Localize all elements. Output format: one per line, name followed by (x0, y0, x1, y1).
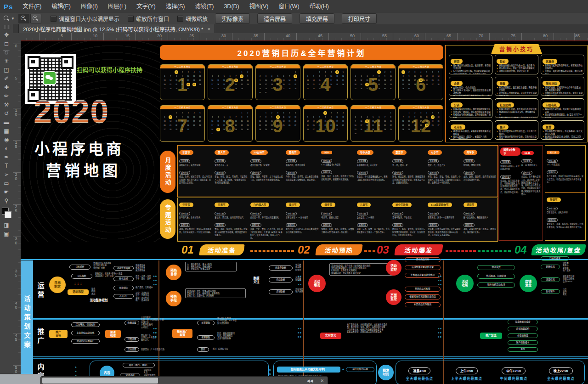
review-circle: 店铺 复盘 (520, 275, 537, 292)
blur-tool[interactable]: ◉ (0, 135, 13, 144)
special-activity-column: 元旦节 活动主题 新年新气象，全年好彩头 适用行业 通用，跨年倒计时、新年fla… (178, 198, 213, 241)
festival-name: 开学季 (464, 150, 478, 155)
page-monitor-circle: 页面 监控 (386, 289, 401, 305)
calendar-day: 3 (418, 111, 424, 115)
calendar-day: 2 (269, 111, 275, 115)
crop-tool[interactable]: ◰ (0, 65, 13, 74)
calendar-day: 12 (358, 78, 364, 82)
calendar-day: 1 (239, 111, 245, 115)
mindmap-node: 优惠券数据 (269, 265, 293, 271)
ruler-number: 20 (14, 172, 18, 181)
menu-item[interactable]: 滤镜(T) (190, 0, 219, 13)
calendar-day: 24 (187, 83, 190, 86)
options-button[interactable]: 实际像素 (215, 13, 250, 24)
calendar-day: 5 (358, 74, 364, 78)
calendar-day: 15 (322, 119, 328, 123)
menu-item[interactable]: 3D(D) (219, 0, 244, 13)
ruler-number: 0 (14, 44, 18, 48)
calendar-day: 22 (400, 82, 406, 86)
tab-close-icon[interactable]: × (208, 26, 210, 32)
document-canvas[interactable]: 扫码可以获得小程序扶持 2020 小程序电商 营销地图 2020营销日历&全年营… (21, 40, 588, 384)
menu-item[interactable]: 文件(F) (17, 0, 46, 13)
move-tool[interactable]: ✥ (0, 30, 13, 39)
calendar-day: 25 (215, 86, 221, 90)
calendar-day: 22 (322, 123, 328, 127)
menu-item[interactable]: 帮助(H) (305, 0, 334, 13)
ruler-number: 10 (14, 108, 18, 116)
screen-mode-icon[interactable]: ▣ (0, 229, 13, 238)
calendar-day: 30 (257, 90, 263, 95)
lasso-tool[interactable]: ➰ (0, 48, 13, 56)
tip-card: 限时折扣 ➤ 制造紧迫感，促成用户冲动下单与决策加速，刺激客户转化 (541, 77, 584, 96)
arrow-icon: ➤ (543, 108, 544, 113)
menu-item[interactable]: 编辑(E) (46, 0, 76, 13)
checkbox-label: 细微缩放 (186, 15, 208, 23)
close-icon[interactable]: ✕ (317, 378, 328, 383)
options-checkbox[interactable]: 细微缩放 (177, 15, 208, 23)
hand-tool[interactable]: ☛ (0, 187, 13, 196)
industry-text: 美妆、鲜花、珠宝、零食等，可设置情人节礼盒、双人套餐，“会被种草的礼物”借势浪漫… (215, 175, 247, 184)
magic-wand-tool[interactable]: ✳ (0, 56, 13, 65)
type-tool[interactable]: T (0, 161, 13, 170)
floating-window-titlebar[interactable]: ◀◀ ✕ (40, 376, 328, 384)
zoom-tool[interactable]: ⚲ (0, 196, 13, 205)
calendar-day: 18 (424, 119, 430, 123)
calendar-day: 29 (239, 86, 245, 90)
options-button[interactable]: 打印尺寸 (342, 13, 377, 24)
document-tab[interactable]: 2020小程序电商营销地图.jpg @ 12.5% (扫码可以获得小程序扶持, … (18, 24, 215, 33)
industry-text: 全品类，双节同庆黄金周，可围绕团圆礼盒与出游场景串联系列活动，也可与满减秒杀组合… (500, 180, 520, 194)
eraser-tool[interactable]: ▬ (0, 118, 13, 126)
brush-tool[interactable]: ✏ (0, 91, 13, 100)
marquee-tool[interactable]: ◻ (0, 39, 13, 48)
rewind-icon[interactable]: ◀◀ (303, 378, 317, 383)
tip-label: 限时折扣 (543, 81, 560, 86)
menu-item[interactable]: 图像(I) (76, 0, 103, 13)
tip-bullet: ➤ 大促前一周发放大额券提前锁客，唤回沉默客户 (543, 70, 582, 74)
zoom-tool-preset[interactable]: ▼ (0, 16, 18, 22)
options-checkbox[interactable]: 缩放所有窗口 (128, 15, 169, 23)
calendar-day: 25 (192, 83, 196, 86)
options-button[interactable]: 填充屏幕 (300, 13, 334, 24)
gradient-tool[interactable]: ▦ (0, 126, 13, 135)
zoom-out-button[interactable]: − (30, 14, 41, 23)
calendar-day: 10 (209, 78, 215, 82)
calendar-day: 25 (364, 127, 370, 131)
options-checkbox[interactable]: 调整窗口大小以满屏显示 (51, 15, 119, 23)
background-color-swatch[interactable] (5, 211, 11, 218)
calendar-day: 30 (382, 86, 388, 90)
tip-bullet-text: 邀请有礼玩法裂变，老客带来精准新客低成本获客 (453, 130, 491, 136)
pen-tool[interactable]: ✒ (0, 152, 13, 161)
shape-tool[interactable]: ▭ (0, 179, 13, 187)
dodge-tool[interactable]: ◐ (0, 144, 13, 152)
menu-item[interactable]: 视图(V) (244, 0, 274, 13)
tip-bullet: ➤ 定金膨胀支付意愿更强，可以大大降低活动期付款流失 (497, 92, 537, 96)
calendar-day: 19 (305, 123, 311, 127)
menu-item[interactable]: 图层(L) (103, 0, 131, 13)
eyedropper-tool[interactable]: ✐ (0, 74, 13, 83)
panel-grip[interactable] (3, 25, 10, 29)
theme-label: 活动主题 (215, 159, 226, 163)
color-swatches[interactable] (0, 207, 13, 220)
tip-card: 集赞 ➤ 朋友圈集赞兑换好礼，低成本撬动一波社交曝光与传播 (541, 120, 584, 140)
ruler-number: 45 (14, 333, 18, 341)
zoom-in-button[interactable]: + (18, 14, 29, 23)
wechat-icon (43, 71, 57, 85)
calendar-day: 17 (185, 119, 191, 123)
history-brush-tool[interactable]: ↺ (0, 109, 13, 118)
menu-item[interactable]: 窗口(W) (273, 0, 304, 13)
menu-item[interactable]: 选择(S) (161, 0, 190, 13)
options-button[interactable]: 适合屏幕 (257, 13, 292, 24)
calendar-day: 7 (317, 115, 322, 119)
clone-stamp-tool[interactable]: ⚒ (0, 100, 13, 109)
calendar-day: 4 (352, 74, 358, 78)
calendar-day: 10 (412, 74, 418, 78)
quick-mask-icon[interactable]: ◨ (0, 220, 13, 229)
special-activity-column: 元宵节 活动主题 集福卡、猜灯谜，元宵佳节迎福气 适用行业 食品、商超、饮品等，… (213, 198, 249, 241)
path-selection-tool[interactable]: ➢ (0, 170, 13, 179)
calendar-day: 10 (388, 74, 394, 78)
tip-bullet-text: 砍到底价限时兑换，促进快速下单 (499, 70, 528, 73)
calendar-grid: 一 二 三 四 五 六 日 1 123456789101112131415161… (160, 64, 443, 142)
menu-item[interactable]: 文字(Y) (131, 0, 161, 13)
calendar-day: 17 (328, 78, 334, 82)
healing-brush-tool[interactable]: ✚ (0, 83, 13, 91)
